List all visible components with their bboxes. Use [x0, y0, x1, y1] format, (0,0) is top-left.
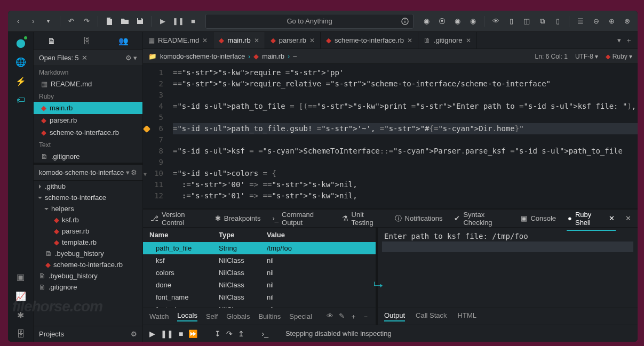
breadcrumb-folder[interactable]: komodo-scheme-to-interface — [160, 53, 245, 60]
bottom-tab-close-icon[interactable]: ✕ — [609, 214, 615, 222]
breadcrumb-file[interactable]: main.rb — [262, 53, 284, 60]
nav-forward-button[interactable]: › — [27, 15, 39, 28]
bottom-tab[interactable]: ▣Console — [520, 214, 557, 222]
tab-close-icon[interactable]: ✕ — [466, 37, 471, 44]
bottom-tab[interactable]: ✱Breakpoints — [214, 214, 262, 222]
maximize-button[interactable]: ⊕ — [605, 15, 618, 28]
variable-row[interactable]: colors NilClass nil — [143, 267, 376, 279]
projects-gear-icon[interactable]: ⚙ — [131, 330, 137, 338]
scope-eye-icon[interactable]: 👁 — [327, 312, 333, 321]
tree-node[interactable]: ◆ksf.rb — [34, 214, 142, 226]
save-macro-button[interactable]: ◉ — [466, 15, 479, 28]
close-window-button[interactable]: ⊗ — [621, 15, 633, 28]
scope-tab[interactable]: Builtins — [258, 312, 281, 320]
scope-tab[interactable]: Locals — [177, 311, 197, 321]
nav-back-button[interactable]: ‹ — [12, 15, 24, 28]
tree-node[interactable]: ◆parser.rb — [34, 226, 142, 237]
variable-row[interactable]: path_to_file String /tmp/foo — [143, 242, 376, 254]
minimize-button[interactable]: ⊖ — [590, 15, 602, 28]
save-button[interactable] — [134, 15, 146, 28]
bottom-tab[interactable]: ⚗Unit Testing — [341, 211, 384, 227]
open-file-item[interactable]: 🗎.gitignore — [34, 150, 142, 163]
scope-tab[interactable]: Globals — [226, 312, 250, 320]
bottom-panel-close-icon[interactable]: ✕ — [625, 214, 631, 222]
debug-fast-button[interactable]: ⏩ — [188, 329, 197, 338]
file-tab[interactable]: ◆scheme-to-interface.rb✕ — [321, 32, 418, 49]
open-file-item[interactable]: ◆main.rb — [34, 102, 142, 114]
rail-bolt-icon[interactable]: ⚡ — [13, 74, 28, 88]
scope-tab[interactable]: Special — [289, 312, 312, 320]
debug-stop-button[interactable]: ■ — [179, 329, 183, 338]
new-tab-button[interactable]: ＋ — [625, 36, 632, 45]
rail-globe-icon[interactable]: 🌐 — [13, 54, 28, 69]
shell-tab[interactable]: Call Stack — [416, 311, 447, 321]
undo-button[interactable]: ↶ — [66, 15, 77, 28]
tree-node[interactable]: ◆scheme-to-interface.rb — [34, 259, 142, 270]
pause-button[interactable]: ❚❚ — [172, 15, 184, 28]
pause-macro-button[interactable]: ⦿ — [435, 15, 448, 28]
sidebar-tab-db-icon[interactable]: 🗄 — [83, 36, 91, 45]
scope-add-icon[interactable]: ＋ — [350, 312, 357, 321]
tab-close-icon[interactable]: ✕ — [254, 37, 259, 44]
layout-1-button[interactable]: ▯ — [505, 15, 518, 28]
rail-tag-icon[interactable]: 🏷 — [13, 93, 28, 108]
scope-tab[interactable]: Watch — [149, 312, 169, 320]
scope-remove-icon[interactable]: － — [362, 312, 369, 321]
tree-node[interactable]: .github — [34, 181, 142, 192]
project-gear-icon[interactable]: ⚙ — [131, 168, 137, 176]
file-tab[interactable]: ◆parser.rb✕ — [265, 32, 321, 49]
sidebar-tab-users-icon[interactable]: 👥 — [118, 36, 129, 46]
tree-node[interactable]: helpers — [34, 203, 142, 214]
open-files-gear-icon[interactable]: ⚙ ▾ — [125, 54, 137, 62]
tree-node[interactable]: scheme-to-interface — [34, 192, 142, 203]
encoding-selector[interactable]: UTF-8 ▾ — [575, 53, 598, 60]
open-file-item[interactable]: ◆scheme-to-interface.rb — [34, 126, 142, 139]
rail-explorer-icon[interactable]: ⬤ — [13, 35, 28, 50]
variable-row[interactable]: ksf NilClass nil — [143, 254, 376, 267]
terminal[interactable]: Enter path to ksf file: /tmp/foo ⮡ — [378, 228, 638, 308]
variable-row[interactable]: font_name NilClass nil — [143, 291, 376, 303]
language-selector[interactable]: ◆ Ruby ▾ — [606, 53, 632, 60]
debug-console-icon[interactable]: ›_ — [261, 329, 268, 338]
play-macro-button[interactable]: ◉ — [451, 15, 464, 28]
goto-anything-input[interactable]: Go to Anything — [205, 14, 414, 29]
stop-button[interactable]: ■ — [187, 15, 199, 28]
file-tab[interactable]: ◆main.rb✕ — [213, 32, 265, 49]
scope-edit-icon[interactable]: ✎ — [339, 312, 345, 321]
debug-pause-button[interactable]: ❚❚ — [161, 329, 173, 338]
rail-terminal-icon[interactable]: ▣ — [13, 269, 28, 284]
sidebar-tab-files-icon[interactable]: 🗎 — [47, 36, 55, 45]
shell-tab[interactable]: HTML — [458, 311, 476, 321]
debug-step-out-button[interactable]: ↥ — [238, 329, 244, 338]
file-tab[interactable]: ▦README.md✕ — [143, 32, 213, 49]
run-button[interactable]: ▶ — [157, 15, 169, 28]
debug-play-button[interactable]: ▶ — [149, 329, 155, 338]
redo-button[interactable]: ↷ — [81, 15, 92, 28]
bottom-tab[interactable]: ⎇Version Control — [149, 211, 204, 227]
tree-node[interactable]: 🗎.byebug_history — [34, 248, 142, 259]
layout-2-button[interactable]: ◫ — [520, 15, 533, 28]
record-macro-button[interactable]: ◉ — [420, 15, 433, 28]
open-file-item[interactable]: ◆parser.rb — [34, 114, 142, 126]
new-file-button[interactable] — [104, 15, 115, 28]
nav-forward-menu[interactable]: ▾ — [43, 15, 54, 28]
tree-node[interactable]: ◆template.rb — [34, 237, 142, 248]
bottom-tab[interactable]: ⓘNotifications — [394, 214, 444, 223]
open-file-item[interactable]: ▦README.md — [34, 78, 142, 90]
code-editor[interactable]: ▼ 123456789101112 =="s-str">"s-kw">requi… — [143, 64, 638, 208]
rail-star-icon[interactable]: ✱ — [13, 308, 28, 323]
scope-tab[interactable]: Self — [206, 312, 218, 320]
tree-node[interactable]: 🗎.byebug_history — [34, 270, 142, 281]
variable-row[interactable]: done NilClass nil — [143, 279, 376, 291]
tab-close-icon[interactable]: ✕ — [202, 37, 208, 44]
debug-step-in-button[interactable]: ↧ — [214, 329, 221, 338]
rail-database-icon[interactable]: 🗄 — [13, 327, 28, 342]
tab-close-icon[interactable]: ✕ — [309, 37, 315, 44]
rail-chart-icon[interactable]: 📈 — [13, 288, 28, 303]
variable-row[interactable]: font_size NilClass nil — [143, 303, 376, 308]
menu-button[interactable]: ☰ — [574, 15, 587, 28]
preview-button[interactable]: 👁 — [489, 15, 502, 28]
file-tab[interactable]: 🗎.gitignore✕ — [418, 32, 476, 49]
tab-close-icon[interactable]: ✕ — [407, 37, 412, 44]
tab-overflow-icon[interactable]: ▾ — [617, 36, 621, 44]
